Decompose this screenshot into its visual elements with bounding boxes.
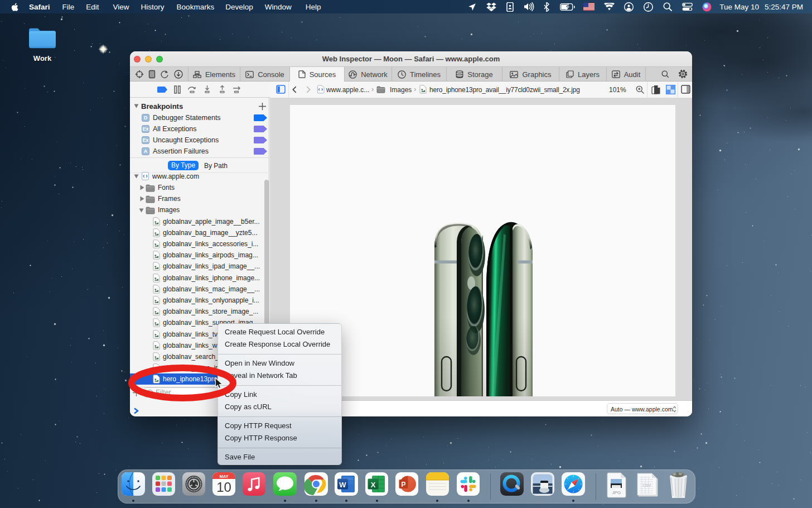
- svg-text:MAY: MAY: [220, 474, 229, 479]
- svg-text:CSV: CSV: [643, 483, 651, 487]
- svg-text:JPG: JPG: [612, 490, 621, 495]
- svg-text:X: X: [371, 481, 376, 489]
- svg-text:10: 10: [216, 480, 231, 495]
- svg-text:P: P: [401, 481, 405, 488]
- svg-text:W: W: [339, 481, 346, 489]
